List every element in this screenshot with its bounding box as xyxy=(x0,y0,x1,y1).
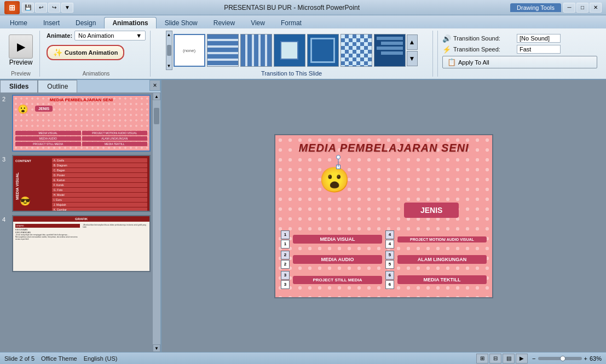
number-indicators-3: 3 3 xyxy=(281,271,290,289)
animate-label: Animate: xyxy=(47,32,72,39)
zoom-out-icon[interactable]: − xyxy=(532,355,535,362)
title-bar: ⊞ 💾 ↩ ↪ ▼ PRESENTASI BU PUR - Microsoft … xyxy=(0,0,606,15)
slide-2-jenis: JENIS xyxy=(35,106,53,112)
transition-blinds-v[interactable] xyxy=(240,34,272,67)
canvas-area[interactable]: MEDIA PEMBELAJARAN SENI 😮 JENIS xyxy=(161,80,606,352)
transition-checkerboard[interactable] xyxy=(340,34,372,67)
comb-line-2 xyxy=(381,42,403,45)
grid-item-project-motion: PROJECT MOTION/ AUDIO VISUAL xyxy=(397,236,487,242)
slide-sorter-button[interactable]: ⊟ xyxy=(489,354,501,363)
transition-sound-dropdown[interactable]: [No Sound] xyxy=(517,34,561,43)
zoom-in-icon[interactable]: + xyxy=(584,355,587,362)
slide-4-header: GRAFIK xyxy=(13,216,149,222)
maximize-button[interactable]: □ xyxy=(576,3,588,13)
main-slide[interactable]: MEDIA PEMBELAJARAN SENI 😮 JENIS xyxy=(274,134,493,298)
transition-none[interactable]: (none) xyxy=(174,34,205,67)
grid-item-media-tektill: MEDIA TEKTILL xyxy=(397,275,487,284)
undo-icon[interactable]: ↩ xyxy=(35,3,47,13)
transition-box-out-visual xyxy=(308,34,338,66)
status-bar: Slide 2 of 5 Office Theme English (US) ⊞… xyxy=(0,352,606,364)
apply-to-all-button[interactable]: 📋 Apply To All xyxy=(442,56,597,68)
sound-icon-label: 🔊 Transition Sound: xyxy=(442,34,513,43)
rotation-handle[interactable] xyxy=(336,155,340,159)
scroll-up-arrow[interactable]: ▲ xyxy=(153,93,160,100)
outer-num-4: 4 xyxy=(385,230,394,239)
slide-3-number: 3 xyxy=(2,155,10,163)
transition-comb-h[interactable] xyxy=(374,34,406,67)
transition-arrows: ▲ ▼ xyxy=(407,34,418,66)
slide-2-item-2: MEDIA AUDIO xyxy=(15,136,81,141)
transition-box-in-visual xyxy=(274,34,305,66)
slide-3-thumb[interactable]: MEDIA VISUAL CONTENT A. Grafis B. Diagra… xyxy=(12,155,151,212)
slide-2-visual: MEDIA PEMBELAJARAN SENI 😮 JENIS MEDIA VI… xyxy=(13,96,149,151)
main-slide-grid: 1 1 MEDIA VISUAL 4 4 PROJECT MOTION/ AUD… xyxy=(281,230,487,289)
scroll-up-icon[interactable]: ▲ xyxy=(167,32,171,37)
animate-dropdown[interactable]: No Animation ▼ xyxy=(74,31,146,41)
panel-close-button[interactable]: × xyxy=(149,80,160,91)
slide-4-container: 4 GRAFIK GRAFIK KEGUNAAN KEKURANGAN -Unt… xyxy=(2,215,151,272)
scroll-thumb xyxy=(167,45,171,56)
preview-button[interactable]: ▶ Preview xyxy=(7,32,35,68)
transition-box-in[interactable] xyxy=(274,34,305,67)
minimize-button[interactable]: ─ xyxy=(563,3,575,13)
transition-box-out-inner xyxy=(310,38,335,63)
number-indicators-1: 1 1 xyxy=(281,230,290,249)
tab-slideshow[interactable]: Slide Show xyxy=(157,18,205,28)
slide-4-thumb[interactable]: GRAFIK GRAFIK KEGUNAAN KEKURANGAN -Untuk… xyxy=(12,215,151,272)
slide-count: Slide 2 of 5 xyxy=(4,355,34,362)
grid-row-1-right: 4 4 PROJECT MOTION/ AUDIO VISUAL xyxy=(385,230,487,249)
tab-format[interactable]: Format xyxy=(273,18,309,28)
transition-prev-arrow[interactable]: ▲ xyxy=(407,34,418,50)
tab-insert[interactable]: Insert xyxy=(36,18,67,28)
slideshow-button[interactable]: ▶ xyxy=(516,354,528,363)
outer-num-3: 3 xyxy=(281,271,290,280)
transition-next-arrow[interactable]: ▼ xyxy=(407,51,418,66)
transition-section-label: Transition to This Slide xyxy=(259,70,324,77)
tab-home[interactable]: Home xyxy=(2,18,35,28)
tab-review[interactable]: Review xyxy=(206,18,243,28)
slide-2-container: 2 MEDIA PEMBELAJARAN SENI 😮 JENIS MEDIA … xyxy=(2,95,151,152)
grid-item-media-visual: MEDIA VISUAL xyxy=(293,235,382,244)
transition-blinds-h[interactable] xyxy=(207,34,239,67)
tab-animations[interactable]: Animations xyxy=(104,17,156,28)
transition-sound-label: Transition Sound: xyxy=(453,35,500,42)
slide-3-visual: MEDIA VISUAL CONTENT A. Grafis B. Diagra… xyxy=(13,156,149,211)
close-button[interactable]: ✕ xyxy=(590,3,602,13)
redo-icon[interactable]: ↪ xyxy=(48,3,60,13)
office-button[interactable]: ⊞ xyxy=(4,1,20,14)
slide-3-item-f: F. Komik xyxy=(52,183,147,187)
tab-view[interactable]: View xyxy=(243,18,273,28)
slide-2-emoji: 😮 xyxy=(18,104,28,114)
scroll-down-arrow[interactable]: ▼ xyxy=(153,344,160,352)
transition-speed-dropdown[interactable]: Fast xyxy=(517,45,561,54)
slide-3-container: 3 MEDIA VISUAL CONTENT A. Grafis B. Diag… xyxy=(2,155,151,212)
tab-design[interactable]: Design xyxy=(68,18,103,28)
customize-icon[interactable]: ▼ xyxy=(61,3,73,13)
language: English (US) xyxy=(84,355,118,362)
comb-line-4 xyxy=(381,51,403,55)
sound-icon: 🔊 xyxy=(442,34,451,43)
theme-name: Office Theme xyxy=(41,355,77,362)
zoom-slider-thumb xyxy=(560,356,565,361)
tab-outline[interactable]: Outline xyxy=(38,80,77,93)
transition-scroll-left[interactable]: ▲ ▼ xyxy=(166,31,172,70)
number-indicators-2: 2 2 xyxy=(281,251,290,269)
zoom-slider[interactable] xyxy=(538,357,582,360)
custom-animation-button[interactable]: ✨ Custom Animation xyxy=(47,45,124,60)
scroll-down-icon[interactable]: ▼ xyxy=(167,63,171,68)
slide-2-thumb[interactable]: MEDIA PEMBELAJARAN SENI 😮 JENIS MEDIA VI… xyxy=(12,95,151,152)
reading-view-button[interactable]: ▤ xyxy=(503,354,515,363)
slide-4-left: GRAFIK KEGUNAAN KEKURANGAN -Untuk mempel… xyxy=(14,223,81,241)
slide-3-item-g: G. Foto xyxy=(52,188,147,192)
tab-slides[interactable]: Slides xyxy=(0,80,38,93)
transition-checkerboard-visual xyxy=(341,34,372,66)
slide-3-item-i: I. Guru xyxy=(52,198,147,202)
grid-item-media-audio: MEDIA AUDIO xyxy=(293,255,382,264)
ribbon-tab-bar: Home Insert Design Animations Slide Show… xyxy=(0,15,606,28)
transition-box-out[interactable] xyxy=(307,34,339,67)
comb-line-1 xyxy=(377,37,403,40)
slide-4-grafik-label: GRAFIK xyxy=(15,224,80,228)
save-icon[interactable]: 💾 xyxy=(22,3,34,13)
normal-view-button[interactable]: ⊞ xyxy=(476,354,488,363)
drawing-tools-tab[interactable]: Drawing Tools xyxy=(510,3,561,12)
